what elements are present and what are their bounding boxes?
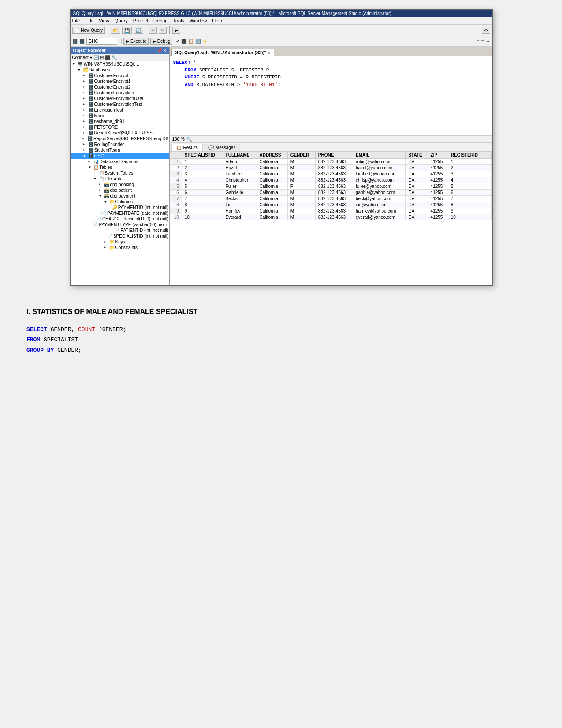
expand-customerencrypt1[interactable]: + [83, 79, 88, 83]
explorer-refresh-icon[interactable]: 🔄 [93, 55, 99, 60]
databases-expand[interactable]: ▼ [78, 68, 83, 72]
tree-item-rsqltemp[interactable]: + 🗄️ ReportServer$SQLEXPRESSTempDB [71, 136, 169, 142]
tree-item-filetables[interactable]: ▼ 📋 FileTables [71, 176, 169, 182]
col-paymentid[interactable]: 🔑 PAYMENTID (int, not null) [71, 205, 169, 210]
table-row[interactable]: 77BecksCaliforniaM882-123-4563beck@yahoo… [170, 196, 491, 202]
tree-item-ghc[interactable]: ▼ 🗄️ GHC [71, 153, 169, 159]
table-row[interactable]: 55FullerCaliforniaF882-123-4563fuller@ya… [170, 183, 491, 190]
menu-file[interactable]: File [72, 18, 80, 23]
menu-query[interactable]: Query [115, 18, 128, 23]
tree-item-studentteam[interactable]: + 🗄️ StudentTeam [71, 147, 169, 153]
col-specialistid[interactable]: 📄 SPECIALISTID (int, not null) [71, 233, 169, 239]
pin-icon[interactable]: 📌 [157, 48, 162, 53]
execute-btn[interactable]: ▶ Execute [123, 38, 149, 45]
table-row[interactable]: 1010EverardCaliforniaM882-123-4563everad… [170, 214, 491, 220]
expand-marc[interactable]: + [83, 114, 88, 118]
tree-item-cetest[interactable]: + 🗄️ CustomerEncryptionTest [71, 101, 169, 107]
tree-item-systemtables[interactable]: + 📋 System Tables [71, 170, 169, 176]
table-row[interactable]: 11AdamCaliforniaM882-123-4563robin@yahoo… [170, 159, 491, 165]
col-paymentdate[interactable]: 📄 PAYMENTDATE (date, not null) [71, 210, 169, 216]
sql-editor[interactable]: SELECT * FROM SPECIALIST S, REGISTER R W… [170, 56, 492, 136]
query-tab-close[interactable]: × [268, 51, 270, 55]
tree-item-keys[interactable]: + 📁 Keys [71, 239, 169, 245]
tree-item-customerencrypt1[interactable]: + 🗄️ CustomerEncrypt1 [71, 78, 169, 84]
table-row[interactable]: 44ChristopherCaliforniaM882-123-4563chri… [170, 177, 491, 183]
expand-customerencrypt[interactable]: + [83, 74, 88, 78]
table-row[interactable]: 88IanCaliforniaM882-123-4563ian@yahoo.co… [170, 202, 491, 208]
expand-neshama[interactable]: + [83, 119, 88, 123]
tb-btn-1[interactable]: 📂 [111, 27, 120, 34]
expand-ce[interactable]: + [83, 91, 88, 95]
expand-customerencrypt2[interactable]: + [83, 85, 88, 89]
expand-payment[interactable]: ▼ [99, 194, 104, 198]
table-row[interactable]: 66GabrielleCaliforniaM882-123-4563gabbie… [170, 190, 491, 196]
tree-item-customerencryption[interactable]: + 🗄️ CustomerEncryption [71, 90, 169, 96]
zoom-icon[interactable]: 🔍 [186, 137, 192, 142]
tree-item-booking[interactable]: + 🗃️ dbo.booking [71, 182, 169, 187]
tree-item-tables[interactable]: ▼ 📋 Tables [71, 164, 169, 170]
expand-cetest[interactable]: + [83, 102, 88, 106]
tree-item-enctest[interactable]: + 🗄️ EncryptionTest [71, 107, 169, 113]
table-row[interactable]: 33LambertCaliforniaM882-123-4563lambert@… [170, 171, 491, 177]
menu-window[interactable]: Window [190, 18, 207, 23]
tb-btn-undo[interactable]: ↩ [149, 27, 157, 34]
expand-enctest[interactable]: + [83, 108, 88, 112]
table-row[interactable]: 22HazelCaliforniaM882-123-4563hazel@yaho… [170, 165, 491, 171]
menu-edit[interactable]: Edit [85, 18, 93, 23]
explorer-props-icon[interactable]: 🔧 [112, 55, 117, 60]
debug-btn[interactable]: ▶ Debug [150, 38, 172, 45]
col-charge[interactable]: 📄 CHARGE (decimal(10,0), not null) [71, 216, 169, 222]
col-patientid[interactable]: 📄 PATIENTID (int, not null) [71, 228, 169, 233]
expand-rsqltemp[interactable]: + [82, 137, 87, 141]
tree-item-patient[interactable]: + 🗃️ dbo.patient [71, 187, 169, 193]
new-query-btn[interactable]: 📄 New Query [72, 27, 105, 34]
expand-constraints[interactable]: + [104, 246, 109, 250]
expand-ghc[interactable]: ▼ [83, 154, 88, 158]
tree-item-neshama[interactable]: + 🗄️ neshama_db91 [71, 119, 169, 124]
databases-node[interactable]: ▼ 🗂️ Databases [71, 67, 169, 73]
expand-studentteam[interactable]: + [83, 148, 88, 152]
expand-systemtables[interactable]: + [93, 171, 99, 175]
tree-item-rsql[interactable]: + 🗄️ ReportServer$SQLEXPRESS [71, 130, 169, 136]
expand-cedata[interactable]: + [83, 97, 88, 101]
tree-item-marc[interactable]: + 🗄️ Marc [71, 113, 169, 119]
tb-btn-arrow[interactable]: ▶ [172, 27, 180, 34]
results-tab-messages[interactable]: 💬 Messages [204, 144, 241, 151]
tb-btn-redo[interactable]: ↪ [159, 27, 167, 34]
tree-item-customerencrypt2[interactable]: + 🗄️ CustomerEncrypt2 [71, 84, 169, 90]
expand-rolling[interactable]: + [83, 142, 88, 146]
expand-tables[interactable]: ▼ [88, 165, 93, 169]
tree-item-payment[interactable]: ▼ 🗃️ dbo.payment [71, 193, 169, 199]
expand-keys[interactable]: + [104, 240, 109, 244]
tree-item-constraints[interactable]: + 📁 Constraints [71, 245, 169, 250]
menu-tools[interactable]: Tools [173, 18, 185, 23]
expand-patient[interactable]: + [99, 188, 104, 192]
expand-petstore[interactable]: + [83, 125, 88, 129]
expand-columns[interactable]: ▼ [104, 200, 109, 204]
col-paymenttype[interactable]: 📄 PAYMENTTYPE (varchar(50), not n [71, 222, 169, 228]
tree-item-rolling[interactable]: + 🗄️ RollingThunder [71, 142, 169, 147]
explorer-filter-icon[interactable]: ⊟ [100, 55, 104, 60]
close-panel-btn[interactable]: × [164, 48, 166, 53]
menu-project[interactable]: Project [133, 18, 148, 23]
tree-item-cedata[interactable]: + 🗄️ CustomerEncryptionData [71, 96, 169, 101]
tb-btn-3[interactable]: 🔄 [134, 27, 143, 34]
menu-debug[interactable]: Debug [153, 18, 167, 23]
menu-help[interactable]: Help [212, 18, 222, 23]
database-selector[interactable]: GHC [86, 38, 117, 45]
expand-filetables[interactable]: ▼ [93, 177, 99, 181]
tree-item-columns[interactable]: ▼ 📁 Columns [71, 199, 169, 205]
tree-item-dbdiagrams[interactable]: + 📊 Database Diagrams [71, 159, 169, 164]
table-row[interactable]: 99HamleyCaliforniaM882-123-4563hamley@ya… [170, 208, 491, 214]
expand-rsql[interactable]: + [83, 131, 88, 135]
tree-item-customerencrypt[interactable]: + 🗄️ CustomerEncrypt [71, 73, 169, 78]
results-tab-results[interactable]: 📋 Results [171, 144, 203, 151]
server-expand[interactable]: ▼ [72, 62, 78, 66]
explorer-stop-icon[interactable]: ⬛ [105, 55, 110, 60]
query-tab[interactable]: SQLQuery1.sql - WIN...\Administrator (S3… [171, 49, 274, 56]
expand-dbdiagrams[interactable]: + [88, 160, 93, 164]
server-node[interactable]: ▼ 🖥️ WIN-M8FH9S9U6CU\SQL... [71, 61, 169, 67]
tb-btn-2[interactable]: 💾 [122, 27, 132, 34]
expand-booking[interactable]: + [99, 183, 104, 187]
tb-btn-settings[interactable]: ⚙ [482, 27, 490, 34]
